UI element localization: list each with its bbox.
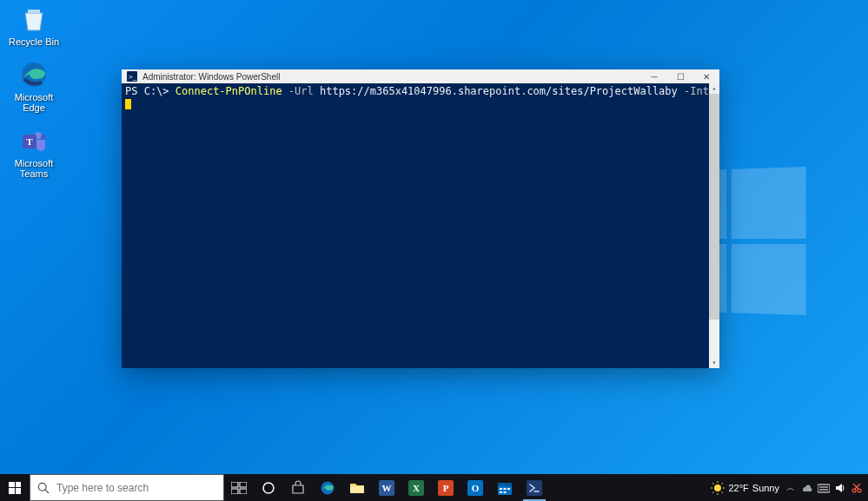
svg-text:W: W: [382, 483, 392, 493]
system-tray: 22°F Sunny ︿: [706, 474, 868, 501]
windows-logo-icon: [9, 482, 21, 494]
svg-text:P: P: [443, 483, 449, 493]
tray-weather[interactable]: 22°F Sunny: [711, 481, 779, 495]
teams-icon: T: [18, 125, 50, 156]
console-url: https://m365x41047996.sharepoint.com/sit…: [314, 85, 678, 97]
svg-rect-28: [504, 488, 507, 490]
volume-icon[interactable]: [835, 482, 845, 494]
sun-icon: [711, 481, 725, 495]
svg-point-3: [41, 135, 46, 140]
tray-chevron-up-icon[interactable]: ︿: [786, 482, 795, 494]
scrollbar[interactable]: ▴ ▾: [709, 83, 719, 368]
weather-cond: Sunny: [752, 483, 779, 493]
svg-text:T: T: [26, 136, 33, 147]
cortana-button[interactable]: [254, 474, 283, 501]
svg-text:O: O: [472, 483, 480, 493]
search-icon: [37, 482, 50, 494]
store-icon: [290, 480, 306, 496]
svg-rect-29: [507, 488, 510, 490]
taskbar-item-powerpoint[interactable]: P: [431, 474, 461, 501]
svg-point-33: [714, 485, 721, 491]
console-param: -Url: [282, 85, 314, 97]
svg-rect-42: [818, 485, 830, 492]
desktop-icon-edge[interactable]: Microsoft Edge: [3, 59, 64, 113]
taskbar-item-store[interactable]: [283, 474, 313, 501]
word-icon: W: [379, 480, 394, 496]
onedrive-icon[interactable]: [800, 482, 812, 494]
svg-rect-31: [504, 491, 507, 493]
console-command: Connect-PnPOnline: [176, 85, 282, 97]
weather-temp: 22°F: [728, 483, 748, 493]
desktop-icons: Recycle Bin Microsoft Edge T Microsoft T…: [3, 3, 64, 191]
desktop-icon-label: Microsoft Edge: [15, 92, 54, 113]
desktop-icon-teams[interactable]: T Microsoft Teams: [3, 125, 64, 179]
taskbar-item-outlook[interactable]: O: [461, 474, 490, 501]
taskbar-pinned: W X P O: [224, 474, 549, 501]
console-cursor: [125, 99, 131, 109]
powershell-icon: [527, 480, 542, 496]
powershell-window: >_ Administrator: Windows PowerShell ─ ☐…: [122, 69, 719, 368]
close-button[interactable]: ✕: [693, 69, 719, 83]
desktop-icon-label: Recycle Bin: [9, 36, 59, 47]
excel-icon: X: [408, 480, 424, 496]
svg-rect-16: [350, 486, 364, 493]
task-view-button[interactable]: [224, 474, 254, 501]
minimize-button[interactable]: ─: [641, 69, 667, 83]
svg-rect-0: [28, 10, 40, 13]
desktop-icon-label: Microsoft Teams: [15, 158, 54, 179]
svg-point-14: [263, 483, 274, 493]
svg-line-9: [45, 489, 49, 492]
taskbar-item-excel[interactable]: X: [401, 474, 431, 501]
taskbar: Type here to search W X P O: [0, 474, 868, 501]
taskbar-item-edge[interactable]: [313, 474, 342, 501]
outlook-icon: O: [467, 480, 483, 496]
taskbar-item-powershell[interactable]: [520, 474, 549, 501]
powerpoint-icon: P: [438, 480, 454, 496]
maximize-button[interactable]: ☐: [667, 69, 693, 83]
desktop-icon-recycle-bin[interactable]: Recycle Bin: [3, 3, 64, 47]
scrollbar-up[interactable]: ▴: [709, 83, 719, 94]
taskbar-search[interactable]: Type here to search: [30, 474, 224, 501]
svg-text:>_: >_: [129, 73, 137, 81]
task-view-icon: [231, 482, 247, 494]
taskbar-item-word[interactable]: W: [372, 474, 401, 501]
svg-rect-26: [498, 483, 512, 486]
svg-rect-30: [500, 491, 502, 493]
svg-line-39: [722, 491, 724, 493]
cortana-icon: [262, 481, 275, 495]
svg-line-41: [722, 483, 724, 485]
svg-rect-13: [240, 489, 247, 494]
recycle-bin-icon: [18, 3, 50, 35]
window-titlebar[interactable]: >_ Administrator: Windows PowerShell ─ ☐…: [122, 69, 719, 83]
window-title: Administrator: Windows PowerShell: [142, 72, 641, 82]
taskbar-item-explorer[interactable]: [342, 474, 372, 501]
svg-rect-27: [500, 488, 502, 490]
scrollbar-thumb[interactable]: [709, 94, 719, 320]
svg-line-38: [712, 483, 714, 485]
taskbar-item-calendar[interactable]: [490, 474, 520, 501]
powershell-icon: >_: [125, 69, 139, 83]
svg-rect-12: [231, 489, 238, 494]
folder-icon: [349, 481, 365, 495]
start-button[interactable]: [0, 474, 30, 501]
edge-icon: [320, 480, 335, 496]
svg-line-40: [712, 491, 714, 493]
console-prompt: PS C:\>: [125, 85, 176, 97]
svg-text:X: X: [413, 483, 420, 493]
svg-rect-10: [231, 482, 238, 487]
scrollbar-down[interactable]: ▾: [709, 358, 719, 368]
calendar-icon: [497, 480, 513, 496]
keyboard-icon[interactable]: [818, 483, 830, 493]
console-area[interactable]: PS C:\> Connect-PnPOnline -Url https://m…: [122, 83, 719, 368]
edge-icon: [18, 59, 50, 90]
search-placeholder: Type here to search: [56, 482, 149, 494]
snip-icon[interactable]: [851, 482, 863, 494]
svg-rect-11: [240, 482, 247, 487]
